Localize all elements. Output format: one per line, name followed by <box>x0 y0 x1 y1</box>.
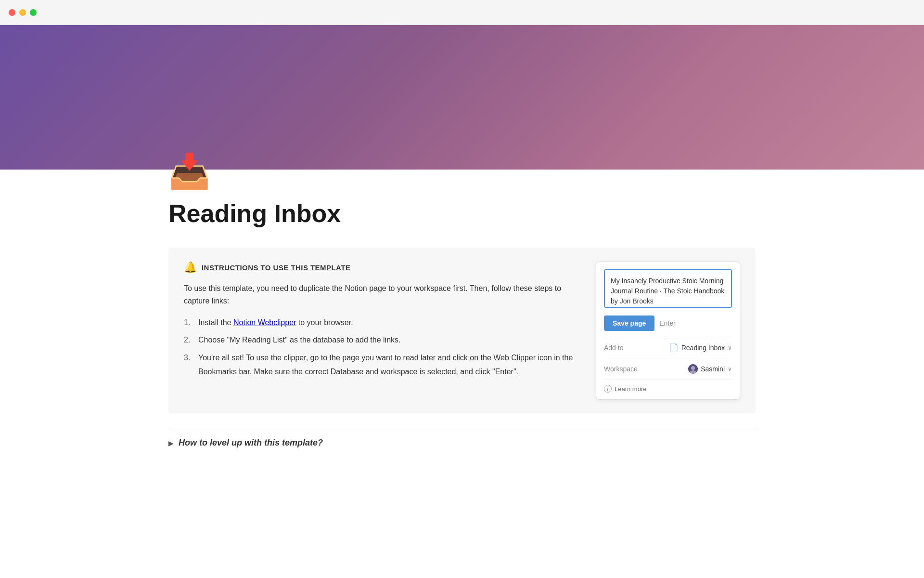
callout-block: 🔔 INSTRUCTIONS TO USE THIS TEMPLATE To u… <box>168 248 756 413</box>
save-page-button[interactable]: Save page <box>604 315 654 331</box>
learn-more-row: i Learn more <box>596 380 740 399</box>
database-name: Reading Inbox <box>681 344 725 352</box>
webclipper-workspace-row: Workspace Sasmini ∨ <box>596 358 740 380</box>
svg-point-1 <box>691 366 695 370</box>
callout-step-2: 2. Choose "My Reading List" as the datab… <box>184 333 577 347</box>
callout-steps: 1. Install the Notion Webclipper to your… <box>184 316 577 379</box>
database-chevron: ∨ <box>728 344 732 351</box>
expandable-header[interactable]: ▶ How to level up with this template? <box>168 438 756 448</box>
hero-banner <box>0 25 924 170</box>
callout-step-1: 1. Install the Notion Webclipper to your… <box>184 316 577 330</box>
learn-more-text[interactable]: Learn more <box>615 385 646 393</box>
workspace-value[interactable]: Sasmini ∨ <box>688 364 732 374</box>
info-icon: i <box>604 385 612 393</box>
page-content: 📥 Reading Inbox 🔔 INSTRUCTIONS TO USE TH… <box>130 150 794 457</box>
step-number-1: 1. <box>184 316 193 330</box>
callout-header: 🔔 INSTRUCTIONS TO USE THIS TEMPLATE <box>184 261 577 274</box>
maximize-button[interactable] <box>30 9 37 16</box>
workspace-label: Workspace <box>604 365 638 373</box>
step-number-2: 2. <box>184 333 193 347</box>
enter-hint: Enter <box>659 319 675 327</box>
step-text-1: Install the Notion Webclipper to your br… <box>198 316 353 330</box>
webclipper-actions: Save page Enter <box>596 310 740 337</box>
webclipper-add-to-row: Add to 📄 Reading Inbox ∨ <box>596 337 740 358</box>
doc-icon: 📄 <box>669 343 679 352</box>
workspace-chevron: ∨ <box>728 366 732 372</box>
expandable-section: ▶ How to level up with this template? <box>168 429 756 457</box>
database-value[interactable]: 📄 Reading Inbox ∨ <box>669 343 732 352</box>
webclipper-textarea[interactable]: My Insanely Productive Stoic Morning Jou… <box>604 269 732 308</box>
step-text-2: Choose "My Reading List" as the database… <box>198 333 401 347</box>
callout-intro: To use this template, you need to duplic… <box>184 282 577 307</box>
add-to-label: Add to <box>604 344 623 352</box>
step-number-3: 3. <box>184 351 193 379</box>
webclipper-input-area: My Insanely Productive Stoic Morning Jou… <box>596 262 740 310</box>
callout-left: 🔔 INSTRUCTIONS TO USE THIS TEMPLATE To u… <box>184 261 577 382</box>
callout-step-3: 3. You're all set! To use the clipper, g… <box>184 351 577 379</box>
expand-arrow-icon: ▶ <box>168 439 174 447</box>
callout-icon: 🔔 <box>184 261 197 274</box>
step-text-3: You're all set! To use the clipper, go t… <box>198 351 577 379</box>
webclipper-card: My Insanely Productive Stoic Morning Jou… <box>596 261 740 400</box>
callout-title: INSTRUCTIONS TO USE THIS TEMPLATE <box>202 263 350 272</box>
workspace-name: Sasmini <box>701 365 725 373</box>
close-button[interactable] <box>9 9 15 16</box>
titlebar <box>0 0 924 25</box>
webclipper-link[interactable]: Notion Webclipper <box>233 318 296 327</box>
workspace-avatar <box>688 364 698 374</box>
expandable-title: How to level up with this template? <box>179 438 323 448</box>
minimize-button[interactable] <box>19 9 26 16</box>
page-title: Reading Inbox <box>168 198 756 228</box>
